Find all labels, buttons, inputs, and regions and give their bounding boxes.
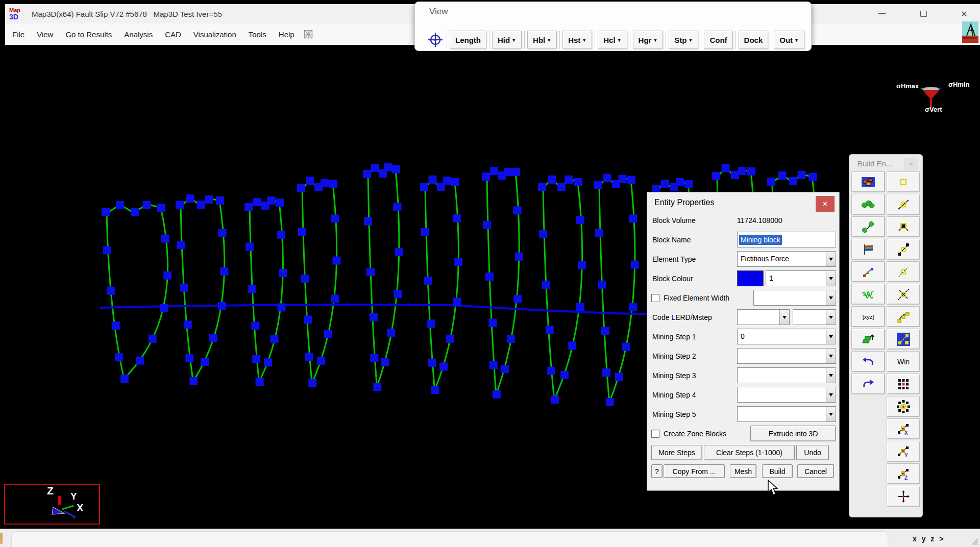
dialog-body: Block Volume 11724.108000 Block Name Min…: [647, 210, 839, 478]
menu-item[interactable]: File: [12, 30, 24, 39]
freehand-button[interactable]: [851, 284, 885, 305]
stretch-z-button[interactable]: Z: [887, 463, 920, 484]
stretch-x-button[interactable]: X: [887, 418, 920, 439]
mining-step-dropdown[interactable]: [737, 367, 836, 383]
mining-step-dropdown[interactable]: 0: [737, 329, 836, 344]
menu-item[interactable]: Tools: [249, 30, 266, 39]
block-colour-swatch[interactable]: [737, 270, 764, 286]
stretch-y-button[interactable]: Y: [887, 441, 920, 462]
copy-from-button[interactable]: Copy From ...: [664, 464, 725, 478]
dropdown-arrow-icon[interactable]: [826, 329, 836, 344]
undo-button[interactable]: Undo: [796, 445, 829, 460]
view-toolbar-button[interactable]: Hst ▼: [562, 31, 592, 49]
resize-grip[interactable]: [970, 537, 978, 545]
code-lerd-label: Code LERD/Mstep: [651, 313, 737, 321]
code-lerd-dropdown[interactable]: [737, 309, 790, 325]
dropdown-arrow-icon[interactable]: [826, 271, 836, 286]
build-entity-toolbar: Build En... ✕: [849, 154, 923, 517]
dotted-segment-button[interactable]: [887, 261, 920, 282]
build-blocks-button[interactable]: [851, 171, 885, 192]
view-toolbar-button[interactable]: Stp ▼: [669, 31, 698, 49]
dialog-title[interactable]: Entity Properties: [647, 192, 839, 210]
delete-point-button[interactable]: [887, 284, 920, 305]
element-type-label: Element Type: [651, 255, 737, 263]
mining-step-dropdown[interactable]: [737, 387, 836, 403]
flag-icon: [862, 243, 875, 256]
menu-item[interactable]: View: [37, 30, 53, 39]
cancel-button[interactable]: Cancel: [797, 464, 834, 478]
more-steps-button[interactable]: More Steps: [651, 445, 702, 460]
colored-segments-button[interactable]: [851, 261, 885, 282]
curve-handles-button[interactable]: [887, 306, 920, 327]
menu-item[interactable]: CAD: [165, 30, 181, 39]
mine-headframe-icon: [962, 21, 978, 43]
view-toolbar-title[interactable]: View: [429, 7, 448, 17]
view-toolbar-button[interactable]: Hbl ▼: [527, 31, 557, 49]
view-toolbar-button[interactable]: Out ▼: [774, 31, 804, 49]
maximize-button[interactable]: [912, 4, 935, 23]
point-icon: [897, 176, 910, 189]
mining-step-dropdown[interactable]: [737, 406, 836, 422]
build-button[interactable]: Build: [762, 464, 793, 478]
xyz-coordinates-button[interactable]: [xyz]: [851, 306, 885, 327]
block-colour-dropdown[interactable]: 1: [766, 270, 836, 286]
element-type-dropdown[interactable]: Fictitious Force: [737, 251, 836, 267]
layout-grid-icon[interactable]: [304, 30, 313, 39]
dropdown-arrow-icon[interactable]: [826, 290, 836, 305]
mstep-dropdown[interactable]: [793, 309, 836, 325]
dropdown-arrow-icon[interactable]: [826, 349, 836, 363]
axis-z-label: Z: [47, 485, 54, 497]
menu-item[interactable]: Analysis: [124, 30, 153, 39]
dropdown-arrow-icon[interactable]: [826, 368, 836, 383]
build-toolbar-close-button[interactable]: ✕: [904, 158, 918, 170]
dropdown-arrow-icon[interactable]: [826, 310, 836, 325]
view-toolbar-button[interactable]: Conf: [704, 31, 732, 49]
dropdown-arrow-icon[interactable]: [826, 252, 836, 266]
menu-item[interactable]: Visualization: [193, 30, 236, 39]
view-toolbar-button[interactable]: Length: [450, 31, 486, 49]
status-bar: x y z >: [0, 529, 980, 547]
fixed-element-width-dropdown[interactable]: [753, 290, 836, 306]
fixed-element-width-checkbox[interactable]: [651, 294, 659, 302]
mining-step-label: Mining Step 5: [651, 410, 737, 418]
window-select-button[interactable]: Win: [887, 351, 920, 372]
curve-points-button[interactable]: [851, 216, 885, 237]
segment-endpoints-button[interactable]: [887, 239, 920, 260]
minimize-button[interactable]: [870, 4, 894, 23]
undo-tool-button[interactable]: [851, 351, 885, 372]
view-target-button[interactable]: [424, 31, 447, 49]
extrude-into-3d-button[interactable]: Extrude into 3D: [750, 426, 836, 441]
clear-steps-button[interactable]: Clear Steps (1-1000): [704, 445, 795, 460]
menu-item[interactable]: Help: [279, 30, 295, 39]
coordinate-readout: x y z >: [891, 530, 975, 547]
dropdown-arrow-icon[interactable]: [826, 407, 836, 421]
block-name-input[interactable]: Mining block: [737, 232, 836, 247]
build-toolbar-grid: [xyz] Win X Y: [851, 171, 920, 507]
window-title: Map3D(x64) Fault Slip V72 #5678 Map3D Te…: [32, 10, 222, 18]
grid-points-button[interactable]: [887, 374, 920, 394]
view-toolbar-button[interactable]: Dock: [739, 31, 769, 49]
vertex-button[interactable]: [887, 216, 920, 237]
create-zone-blocks-checkbox[interactable]: [651, 430, 659, 438]
menu-item[interactable]: Go to Results: [65, 30, 112, 39]
redo-tool-button[interactable]: [851, 374, 885, 394]
active-selection-button[interactable]: [887, 329, 920, 350]
flag-button[interactable]: [851, 239, 885, 260]
dropdown-arrow-icon[interactable]: [779, 310, 789, 325]
mining-step-dropdown[interactable]: [737, 348, 836, 364]
point-button[interactable]: [887, 171, 920, 192]
dropdown-arrow-icon[interactable]: [826, 387, 836, 402]
mesh-button[interactable]: Mesh: [730, 464, 756, 478]
polygons-button[interactable]: [851, 194, 885, 215]
close-button[interactable]: ✕: [952, 4, 976, 23]
view-toolbar-button[interactable]: Hcl ▼: [598, 31, 627, 49]
radial-points-button[interactable]: [887, 396, 920, 417]
help-button[interactable]: ?: [651, 464, 663, 478]
line-point-button[interactable]: [887, 194, 920, 215]
extrude-up-button[interactable]: [851, 329, 885, 350]
view-toolbar-button[interactable]: Hid ▼: [492, 31, 522, 49]
view-toolbar-button[interactable]: Hgr ▼: [633, 31, 664, 49]
translate-button[interactable]: [887, 486, 920, 507]
dialog-close-button[interactable]: ✕: [816, 196, 835, 212]
svg-text:Y: Y: [904, 453, 908, 458]
